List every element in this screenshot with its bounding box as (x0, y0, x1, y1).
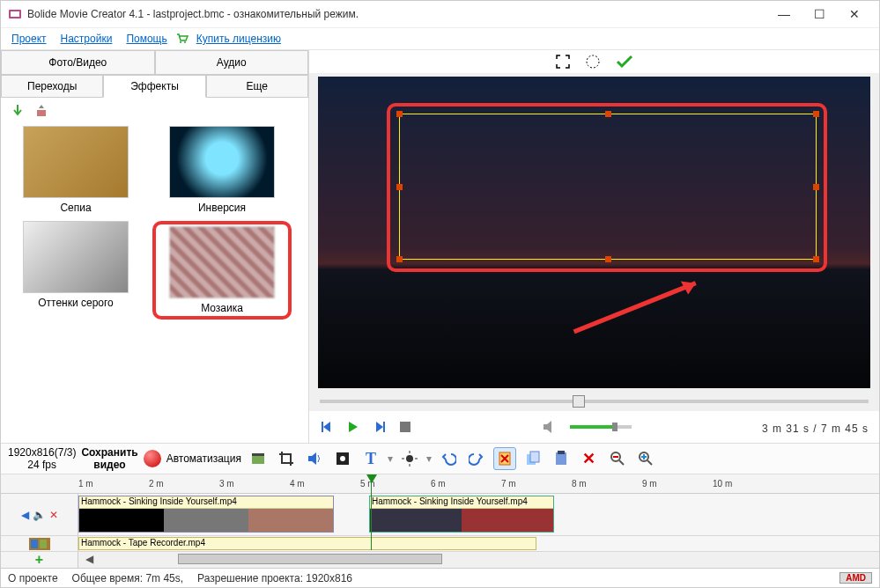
menu-project[interactable]: Проект (6, 30, 52, 48)
amd-badge: AMD (839, 572, 872, 584)
seek-thumb[interactable] (573, 395, 585, 408)
track-mute-icon[interactable]: 🔈 (33, 509, 46, 521)
timeline-tracks: ◀ 🔈 ✕ Hammock - Sinking Inside Yourself.… (1, 494, 879, 568)
svg-rect-4 (37, 110, 46, 116)
fx-sepia[interactable]: Сепиа (6, 126, 145, 214)
fx-toolbar (1, 98, 308, 124)
undo-icon[interactable] (437, 447, 460, 470)
crop-icon[interactable] (275, 447, 298, 470)
hscrollbar[interactable]: ◀ (78, 552, 879, 566)
svg-rect-1 (11, 11, 19, 17)
timeline-toolbar: 1920x816(7/3) 24 fps Сохранить видео Авт… (1, 443, 879, 474)
tab-effects[interactable]: Эффекты (103, 75, 205, 98)
status-resolution: Разрешение проекта: 1920x816 (197, 572, 352, 584)
step-back-icon[interactable] (320, 420, 334, 434)
svg-rect-6 (322, 422, 323, 432)
step-fwd-icon[interactable] (373, 420, 387, 434)
menu-settings[interactable]: Настройки (55, 30, 118, 48)
film-icon[interactable] (247, 447, 270, 470)
record-icon[interactable] (144, 450, 161, 467)
preview-viewport[interactable] (318, 77, 870, 388)
copy-icon[interactable] (521, 447, 544, 470)
playhead-flag-icon[interactable] (365, 474, 379, 489)
minimize-button[interactable]: — (766, 2, 802, 26)
automation-button[interactable]: Автоматизация (166, 452, 241, 465)
paste-icon[interactable] (550, 447, 573, 470)
svg-rect-13 (252, 453, 264, 456)
project-resolution-info: 1920x816(7/3) 24 fps (8, 446, 76, 472)
play-icon[interactable] (346, 420, 360, 434)
preview-top-controls (309, 50, 879, 73)
status-about[interactable]: О проекте (8, 572, 58, 584)
fx-inversion[interactable]: Инверсия (152, 126, 292, 214)
video-track-1[interactable]: ◀ 🔈 ✕ Hammock - Sinking Inside Yourself.… (1, 494, 879, 536)
fx-label: Сепиа (6, 202, 145, 214)
track-header[interactable]: ◀ 🔈 ✕ (1, 494, 78, 535)
fx-label: Мозаика (158, 302, 286, 314)
apply-check-icon[interactable] (615, 54, 634, 70)
close-button[interactable]: ✕ (837, 2, 872, 26)
svg-point-16 (406, 455, 413, 462)
fx-label: Инверсия (152, 202, 292, 214)
preview-panel: 3 m 31 s / 7 m 45 s (309, 50, 879, 443)
delete-icon[interactable]: ✕ (578, 447, 601, 470)
track-delete-icon[interactable]: ✕ (49, 509, 58, 521)
buy-license-link[interactable]: Купить лицензию (176, 30, 286, 48)
tab-transitions[interactable]: Переходы (1, 75, 103, 98)
media-tabs-top: Фото/Видео Аудио (1, 50, 308, 75)
svg-rect-25 (558, 451, 565, 454)
svg-rect-8 (400, 422, 410, 432)
svg-rect-34 (31, 540, 38, 548)
zoom-in-icon[interactable] (634, 447, 657, 470)
video-clip-1[interactable]: Hammock - Sinking Inside Yourself.mp4 (78, 496, 334, 533)
maximize-button[interactable]: ☐ (802, 2, 837, 26)
text-icon[interactable]: T (359, 447, 382, 470)
svg-point-15 (340, 456, 345, 461)
volume-slider[interactable] (570, 423, 632, 431)
tab-photo-video[interactable]: Фото/Видео (1, 50, 155, 74)
playback-controls: 3 m 31 s / 7 m 45 s (309, 411, 879, 443)
media-tabs-bottom: Переходы Эффекты Еще (1, 75, 308, 98)
tab-more[interactable]: Еще (206, 75, 308, 98)
main-area: Фото/Видео Аудио Переходы Эффекты Еще Се… (1, 50, 879, 443)
svg-line-30 (647, 460, 652, 465)
fullscreen-icon[interactable] (555, 54, 571, 70)
svg-line-27 (619, 460, 624, 465)
seekbar[interactable] (309, 392, 879, 411)
fx-mosaic[interactable]: Мозаика (152, 221, 292, 320)
brightness-icon[interactable] (398, 447, 421, 470)
clipboard-fx-icon[interactable] (493, 447, 516, 470)
status-duration: Общее время: 7m 45s, (72, 572, 183, 584)
add-track-row: + ◀ (1, 552, 879, 568)
track-header[interactable] (1, 536, 78, 551)
fx-list: Сепиа Инверсия Оттенки серого Мозаика (1, 124, 308, 443)
save-video-button[interactable]: Сохранить видео (81, 446, 137, 472)
svg-point-5 (587, 55, 599, 68)
volume-icon[interactable] (542, 420, 558, 434)
video-fx-icon[interactable] (331, 447, 354, 470)
selection-circle-icon[interactable] (585, 54, 601, 70)
audio-track-1[interactable]: Hammock - Tape Recorder.mp4 (1, 536, 879, 552)
zoom-out-icon[interactable] (606, 447, 629, 470)
menu-help[interactable]: Помощь (121, 30, 172, 48)
fx-grayscale[interactable]: Оттенки серого (6, 221, 145, 320)
audio-icon[interactable] (303, 447, 326, 470)
fx-label: Оттенки серого (6, 297, 145, 309)
window-controls: — ☐ ✕ (766, 2, 872, 26)
timeline-ruler[interactable]: 1 m 2 m 3 m 4 m 5 m 6 m 7 m 8 m 9 m 10 m (1, 474, 879, 494)
fx-settings-icon[interactable] (34, 103, 50, 119)
track-collapse-icon[interactable]: ◀ (21, 509, 29, 521)
add-effect-icon[interactable] (10, 103, 26, 119)
svg-rect-11 (612, 423, 617, 431)
stop-icon[interactable] (399, 421, 411, 433)
menubar: Проект Настройки Помощь Купить лицензию (1, 27, 879, 50)
video-clip-2[interactable]: Hammock - Sinking Inside Yourself.mp4 (369, 496, 554, 533)
redo-icon[interactable] (465, 447, 488, 470)
window-title: Bolide Movie Creator 4.1 - lastproject.b… (27, 8, 766, 20)
statusbar: О проекте Общее время: 7m 45s, Разрешени… (1, 568, 879, 587)
add-track-button[interactable]: + (1, 552, 78, 568)
audio-clip-1[interactable]: Hammock - Tape Recorder.mp4 (78, 537, 536, 550)
tab-audio[interactable]: Аудио (155, 50, 309, 74)
svg-rect-35 (40, 540, 47, 548)
svg-rect-7 (383, 422, 385, 432)
